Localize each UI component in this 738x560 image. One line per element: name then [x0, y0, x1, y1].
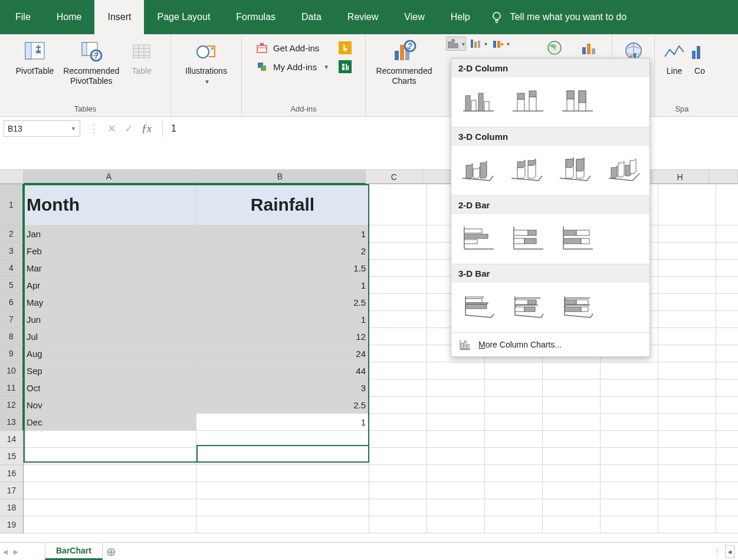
- cell[interactable]: [485, 499, 543, 516]
- combo-chart-button[interactable]: [577, 38, 603, 58]
- cell[interactable]: [658, 277, 716, 294]
- pivot-table-button[interactable]: PivotTable: [11, 38, 59, 77]
- cell[interactable]: [658, 345, 716, 362]
- 3d-percent-stacked-bar-option[interactable]: [555, 289, 600, 324]
- cell[interactable]: [196, 499, 369, 516]
- row-header[interactable]: 17: [0, 482, 24, 499]
- cell[interactable]: [369, 499, 427, 516]
- cell[interactable]: [658, 397, 716, 414]
- cell[interactable]: May: [24, 294, 196, 311]
- cell[interactable]: [601, 362, 658, 379]
- clustered-column-option[interactable]: [456, 83, 501, 119]
- cell[interactable]: 2: [196, 243, 369, 260]
- cell[interactable]: [369, 465, 427, 482]
- cell[interactable]: [601, 499, 658, 516]
- cell[interactable]: [716, 345, 738, 362]
- cell[interactable]: [543, 448, 601, 465]
- cell[interactable]: [543, 431, 601, 448]
- cell[interactable]: Aug: [24, 345, 196, 362]
- cell[interactable]: [196, 482, 369, 499]
- cell[interactable]: [369, 397, 427, 414]
- cell[interactable]: [485, 448, 543, 465]
- row-header[interactable]: 6: [0, 294, 24, 311]
- select-all-corner[interactable]: [0, 170, 24, 184]
- cell[interactable]: [543, 482, 601, 499]
- row-header[interactable]: 19: [0, 516, 24, 533]
- cell[interactable]: [601, 448, 658, 465]
- enter-icon[interactable]: ✓: [124, 122, 133, 135]
- cell[interactable]: 1: [196, 414, 369, 431]
- stacked-bar-option[interactable]: [506, 220, 550, 256]
- percent-stacked-column-option[interactable]: [555, 83, 600, 119]
- add-sheet-button[interactable]: ⊕: [103, 543, 120, 560]
- cell[interactable]: 2.5: [196, 294, 369, 311]
- cell[interactable]: [658, 414, 716, 431]
- cell[interactable]: [369, 277, 427, 294]
- cell[interactable]: [658, 499, 716, 516]
- cell[interactable]: [427, 448, 485, 465]
- tab-help[interactable]: Help: [438, 0, 483, 34]
- cell[interactable]: [716, 260, 738, 277]
- cell[interactable]: [658, 516, 716, 533]
- cell[interactable]: [24, 431, 196, 448]
- cell[interactable]: [427, 397, 485, 414]
- row-header[interactable]: 4: [0, 260, 24, 277]
- cell[interactable]: [601, 397, 658, 414]
- cell[interactable]: [369, 431, 427, 448]
- cell[interactable]: [658, 184, 716, 225]
- cell[interactable]: [369, 414, 427, 431]
- cell[interactable]: [543, 499, 601, 516]
- cell[interactable]: [716, 448, 738, 465]
- cell[interactable]: [716, 516, 738, 533]
- cell[interactable]: [427, 431, 485, 448]
- cell[interactable]: [485, 516, 543, 533]
- row-header[interactable]: 14: [0, 431, 24, 448]
- cell[interactable]: [196, 431, 369, 448]
- cell[interactable]: [427, 362, 485, 379]
- cell[interactable]: [716, 311, 738, 328]
- cell[interactable]: [716, 482, 738, 499]
- clustered-bar-option[interactable]: [456, 220, 501, 256]
- cell[interactable]: Feb: [24, 243, 196, 260]
- cell[interactable]: [716, 465, 738, 482]
- formula-bar[interactable]: 1: [162, 120, 738, 137]
- stacked-column-option[interactable]: [506, 83, 550, 119]
- cell[interactable]: [601, 379, 658, 397]
- cell[interactable]: 1.5: [196, 260, 369, 277]
- cell[interactable]: [485, 465, 543, 482]
- row-header[interactable]: 18: [0, 499, 24, 516]
- maps-button[interactable]: [542, 38, 568, 58]
- sheet-nav-prev[interactable]: ◄: [0, 543, 11, 560]
- row-header[interactable]: 7: [0, 311, 24, 328]
- get-addins-button[interactable]: Get Add-ins: [255, 41, 352, 54]
- 3d-clustered-column-option[interactable]: [456, 152, 500, 187]
- cell[interactable]: [716, 328, 738, 345]
- row-header[interactable]: 15: [0, 448, 24, 465]
- cell[interactable]: [485, 482, 543, 499]
- cell[interactable]: [369, 379, 427, 397]
- cell[interactable]: [427, 465, 485, 482]
- cell[interactable]: Oct: [24, 379, 196, 397]
- insert-column-chart-button[interactable]: ▾: [446, 37, 466, 51]
- cell[interactable]: 1: [196, 277, 369, 294]
- cell[interactable]: [485, 379, 543, 397]
- tab-home[interactable]: Home: [44, 0, 95, 34]
- cell[interactable]: [369, 311, 427, 328]
- cell[interactable]: [543, 516, 601, 533]
- row-header[interactable]: 13: [0, 414, 24, 431]
- cell[interactable]: [485, 431, 543, 448]
- cell[interactable]: [543, 414, 601, 431]
- cell[interactable]: Sep: [24, 362, 196, 379]
- tab-review[interactable]: Review: [334, 0, 391, 34]
- cell[interactable]: [658, 225, 716, 243]
- cell[interactable]: [427, 379, 485, 397]
- cell[interactable]: [658, 431, 716, 448]
- col-header-c[interactable]: C: [366, 170, 423, 184]
- cell[interactable]: [485, 397, 543, 414]
- sparkline-line-button[interactable]: Line: [657, 38, 692, 77]
- 3d-column-option[interactable]: [602, 152, 647, 187]
- 3d-clustered-bar-option[interactable]: [456, 289, 501, 324]
- cell[interactable]: [369, 516, 427, 533]
- cell[interactable]: [658, 465, 716, 482]
- row-header[interactable]: 1: [0, 184, 24, 225]
